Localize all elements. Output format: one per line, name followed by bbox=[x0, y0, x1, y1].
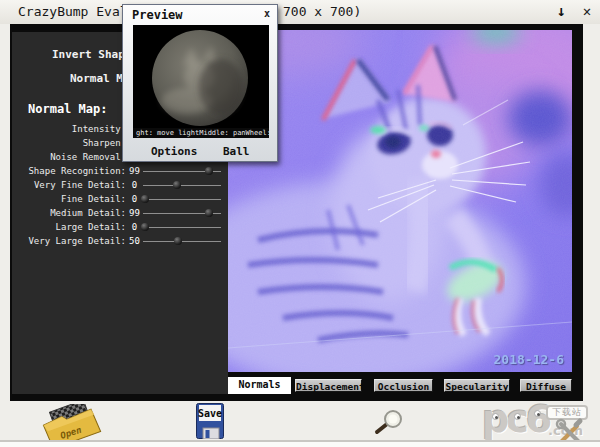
hint-move-light: ght: move light bbox=[136, 129, 199, 137]
slider-label: Very Fine Detail: bbox=[12, 180, 126, 190]
normal-map-section-header: Normal Map: bbox=[28, 102, 107, 116]
slider-value: 50 bbox=[126, 236, 143, 246]
title-bar[interactable]: CrazyBump Evalua 700 x 700) ↓ ✕ bbox=[0, 0, 600, 24]
minimize-icon[interactable]: ↓ bbox=[552, 1, 570, 21]
slider-track[interactable] bbox=[143, 180, 221, 190]
tab-normals[interactable]: Normals bbox=[228, 377, 291, 394]
pc6-eye-icon bbox=[514, 413, 521, 420]
normal-map-image bbox=[228, 30, 572, 372]
preview-close-icon[interactable]: x bbox=[264, 8, 270, 19]
slider-handle[interactable] bbox=[205, 167, 213, 175]
options-button[interactable]: Options bbox=[151, 145, 197, 158]
tab-specularity[interactable]: Specularity bbox=[444, 379, 510, 392]
preview-viewport[interactable]: ght: move light Middle: pan Wheel: bbox=[133, 25, 269, 138]
open-button[interactable]: Open bbox=[38, 404, 108, 442]
slider-track[interactable] bbox=[143, 194, 221, 204]
slider-track[interactable] bbox=[143, 222, 221, 232]
slider-row-very-large-detail: Very Large Detail:50 bbox=[12, 234, 228, 248]
date-watermark: 2018-12-6 bbox=[494, 352, 564, 367]
slider-row-fine-detail: Fine Detail:0 bbox=[12, 192, 228, 206]
save-floppy-icon: Save bbox=[196, 403, 224, 439]
slider-handle[interactable] bbox=[141, 195, 149, 203]
ball-button[interactable]: Ball bbox=[223, 145, 250, 158]
slider-label: Intensity: bbox=[12, 124, 126, 134]
magnifier-button[interactable] bbox=[370, 409, 404, 435]
preview-title: Preview bbox=[132, 8, 183, 22]
slider-row-medium-detail: Medium Detail:99 bbox=[12, 206, 228, 220]
svg-text:Save: Save bbox=[198, 408, 222, 419]
window-title-size: 700 x 700) bbox=[283, 4, 361, 19]
slider-label: Very Large Detail: bbox=[12, 236, 126, 246]
crazybump-window: CrazyBump Evalua 700 x 700) ↓ ✕ Invert S… bbox=[0, 0, 600, 447]
slider-handle[interactable] bbox=[141, 223, 149, 231]
slider-label: Fine Detail: bbox=[12, 194, 126, 204]
slider-row-shape-recognition: Shape Recognition:99 bbox=[12, 164, 228, 178]
slider-label: Medium Detail: bbox=[12, 208, 126, 218]
slider-handle[interactable] bbox=[174, 237, 182, 245]
hint-wheel: Wheel: bbox=[246, 129, 269, 137]
pc6-eye-icon bbox=[492, 413, 499, 420]
magnifier-icon bbox=[370, 409, 404, 435]
preview-ball-render bbox=[133, 25, 269, 138]
preview-window[interactable]: Preview x bbox=[122, 4, 278, 162]
slider-label: Large Detail: bbox=[12, 222, 126, 232]
tab-occlusion[interactable]: Occlusion bbox=[374, 379, 433, 392]
slider-track[interactable] bbox=[143, 208, 221, 218]
open-folder-icon: Open bbox=[38, 404, 108, 444]
slider-handle[interactable] bbox=[205, 209, 213, 217]
slider-value: 99 bbox=[126, 166, 143, 176]
slider-label: Shape Recognition: bbox=[12, 166, 126, 176]
map-type-tabs: NormalsDisplacementOcclusionSpecularityD… bbox=[228, 377, 572, 394]
normal-map-canvas[interactable]: 2018-12-6 bbox=[228, 30, 572, 372]
slider-value: 0 bbox=[126, 180, 143, 190]
save-button[interactable]: Save bbox=[196, 403, 224, 439]
tab-diffuse[interactable]: Diffuse bbox=[520, 379, 572, 392]
window-bottom-margin bbox=[0, 442, 600, 447]
tab-displacement[interactable]: Displacement bbox=[295, 379, 362, 392]
hint-pan: Middle: pan bbox=[199, 129, 245, 137]
slider-value: 99 bbox=[126, 208, 143, 218]
slider-row-very-fine-detail: Very Fine Detail:0 bbox=[12, 178, 228, 192]
invert-shape-button[interactable]: Invert Shape bbox=[52, 48, 131, 61]
slider-row-large-detail: Large Detail:0 bbox=[12, 220, 228, 234]
slider-track[interactable] bbox=[143, 236, 221, 246]
slider-track[interactable] bbox=[143, 166, 221, 176]
preview-buttons: Options Ball bbox=[123, 141, 277, 161]
pc6-eye-icon bbox=[534, 410, 541, 417]
slider-label: Sharpen: bbox=[12, 138, 126, 148]
close-icon[interactable]: ✕ bbox=[578, 1, 596, 21]
slider-handle[interactable] bbox=[173, 181, 181, 189]
preview-hints: ght: move light Middle: pan Wheel: bbox=[133, 128, 269, 138]
slider-label: Noise Removal: bbox=[12, 152, 126, 162]
client-area: Invert Shape Normal Map Normal Map: Inte… bbox=[10, 24, 583, 401]
